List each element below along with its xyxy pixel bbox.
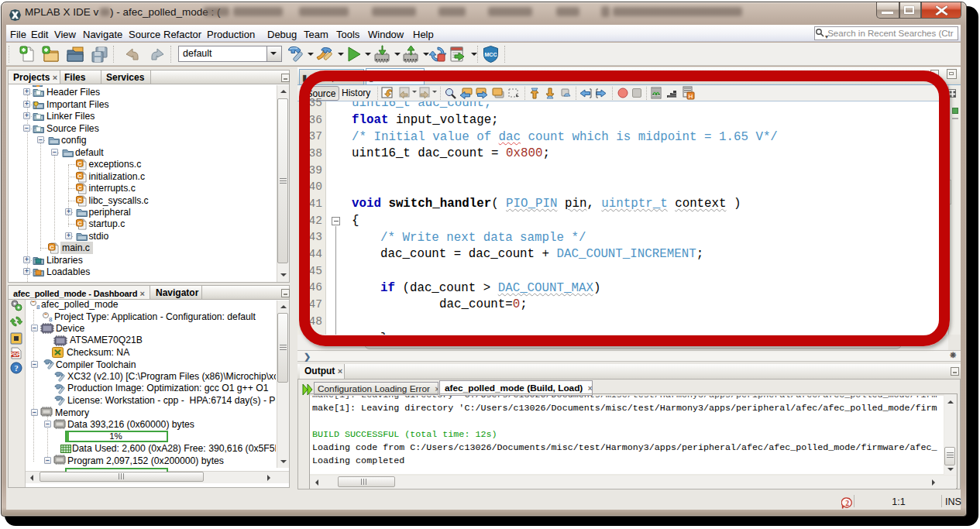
svg-text:MCC: MCC [485, 52, 497, 57]
svg-text:2: 2 [845, 500, 849, 507]
